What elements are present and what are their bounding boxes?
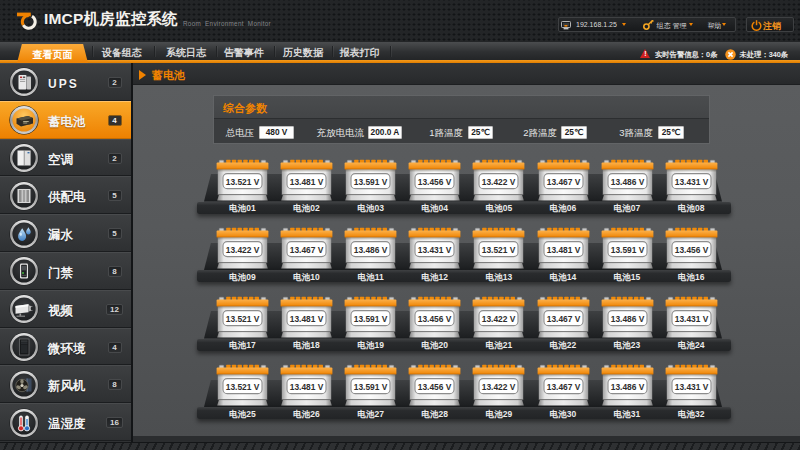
svg-text:13.422 V: 13.422 V — [482, 382, 516, 392]
svg-text:13.486 V: 13.486 V — [610, 313, 644, 323]
svg-text:13.481 V: 13.481 V — [290, 382, 324, 392]
svg-text:13.521 V: 13.521 V — [226, 313, 260, 323]
svg-text:13.431 V: 13.431 V — [674, 176, 708, 186]
svg-text:13.481 V: 13.481 V — [290, 313, 324, 323]
svg-text:13.481 V: 13.481 V — [290, 176, 324, 186]
svg-text:13.422 V: 13.422 V — [226, 245, 260, 255]
svg-text:13.467 V: 13.467 V — [290, 245, 324, 255]
svg-text:13.486 V: 13.486 V — [610, 176, 644, 186]
svg-text:13.456 V: 13.456 V — [418, 382, 452, 392]
svg-text:13.431 V: 13.431 V — [674, 382, 708, 392]
svg-text:13.422 V: 13.422 V — [482, 313, 516, 323]
svg-text:13.456 V: 13.456 V — [674, 245, 708, 255]
svg-text:13.521 V: 13.521 V — [226, 176, 260, 186]
svg-text:13.467 V: 13.467 V — [546, 313, 580, 323]
svg-text:13.486 V: 13.486 V — [354, 245, 388, 255]
svg-text:13.591 V: 13.591 V — [354, 313, 388, 323]
svg-text:13.467 V: 13.467 V — [546, 176, 580, 186]
svg-text:13.486 V: 13.486 V — [610, 382, 644, 392]
svg-text:13.591 V: 13.591 V — [354, 176, 388, 186]
svg-text:13.456 V: 13.456 V — [418, 313, 452, 323]
svg-text:13.591 V: 13.591 V — [354, 382, 388, 392]
svg-text:13.467 V: 13.467 V — [546, 382, 580, 392]
svg-text:13.456 V: 13.456 V — [418, 176, 452, 186]
svg-text:13.481 V: 13.481 V — [546, 245, 580, 255]
svg-text:13.431 V: 13.431 V — [674, 313, 708, 323]
svg-text:13.521 V: 13.521 V — [482, 245, 516, 255]
svg-text:13.422 V: 13.422 V — [482, 176, 516, 186]
svg-text:13.591 V: 13.591 V — [610, 245, 644, 255]
svg-text:13.521 V: 13.521 V — [226, 382, 260, 392]
svg-text:13.431 V: 13.431 V — [418, 245, 452, 255]
